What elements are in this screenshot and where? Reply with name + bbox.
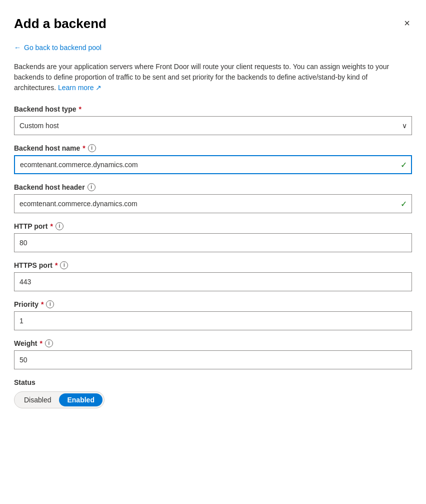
https-port-input-wrapper — [14, 272, 412, 291]
backend-host-name-label: Backend host name * i — [14, 144, 412, 152]
http-port-input[interactable] — [14, 233, 412, 252]
backend-host-type-label: Backend host type * — [14, 105, 412, 113]
backend-host-header-input-wrapper: ✓ — [14, 194, 412, 213]
backend-host-name-input-wrapper: ✓ — [14, 155, 412, 174]
required-star: * — [82, 144, 85, 152]
back-arrow-icon: ← — [14, 44, 21, 52]
https-port-input[interactable] — [14, 272, 412, 291]
required-star: * — [55, 261, 58, 269]
priority-input-wrapper — [14, 311, 412, 330]
page-title: Add a backend — [14, 16, 106, 32]
backend-host-type-select-wrapper: Custom host App service Cloud service St… — [14, 116, 412, 135]
http-port-input-wrapper — [14, 233, 412, 252]
weight-field: Weight * i — [14, 339, 412, 369]
learn-more-link[interactable]: Learn more ↗ — [58, 84, 102, 92]
https-port-field: HTTPS port * i — [14, 261, 412, 291]
backend-host-header-label: Backend host header i — [14, 183, 412, 191]
status-label: Status — [14, 378, 412, 386]
required-star: * — [78, 105, 81, 113]
back-link-label: Go back to backend pool — [24, 44, 102, 52]
status-disabled-option[interactable]: Disabled — [16, 393, 59, 406]
info-icon[interactable]: i — [45, 339, 53, 347]
priority-input[interactable] — [14, 311, 412, 330]
info-icon[interactable]: i — [88, 183, 96, 191]
https-port-label: HTTPS port * i — [14, 261, 412, 269]
info-icon[interactable]: i — [56, 222, 64, 230]
backend-host-header-input[interactable] — [14, 194, 412, 213]
close-button[interactable]: × — [402, 16, 412, 30]
weight-input-wrapper — [14, 350, 412, 369]
status-field: Status Disabled Enabled — [14, 378, 412, 408]
info-icon[interactable]: i — [88, 144, 96, 152]
external-link-icon: ↗ — [96, 84, 102, 92]
http-port-field: HTTP port * i — [14, 222, 412, 252]
weight-label: Weight * i — [14, 339, 412, 347]
description-text: Backends are your application servers wh… — [14, 62, 409, 93]
info-icon[interactable]: i — [60, 261, 68, 269]
http-port-label: HTTP port * i — [14, 222, 412, 230]
backend-host-type-select[interactable]: Custom host App service Cloud service St… — [14, 116, 412, 135]
check-icon: ✓ — [400, 160, 407, 170]
info-icon[interactable]: i — [46, 300, 54, 308]
backend-host-header-field: Backend host header i ✓ — [14, 183, 412, 213]
required-star: * — [41, 300, 44, 308]
backend-host-type-field: Backend host type * Custom host App serv… — [14, 105, 412, 135]
required-star: * — [50, 222, 52, 230]
priority-label: Priority * i — [14, 300, 412, 308]
dialog-header: Add a backend × — [14, 16, 412, 32]
weight-input[interactable] — [14, 350, 412, 369]
status-enabled-option[interactable]: Enabled — [59, 393, 102, 406]
check-icon: ✓ — [400, 199, 407, 209]
back-link[interactable]: ← Go back to backend pool — [14, 44, 412, 52]
required-star: * — [40, 339, 42, 347]
status-toggle[interactable]: Disabled Enabled — [14, 391, 104, 408]
backend-host-name-input[interactable] — [14, 155, 412, 174]
backend-host-name-field: Backend host name * i ✓ — [14, 144, 412, 174]
priority-field: Priority * i — [14, 300, 412, 330]
